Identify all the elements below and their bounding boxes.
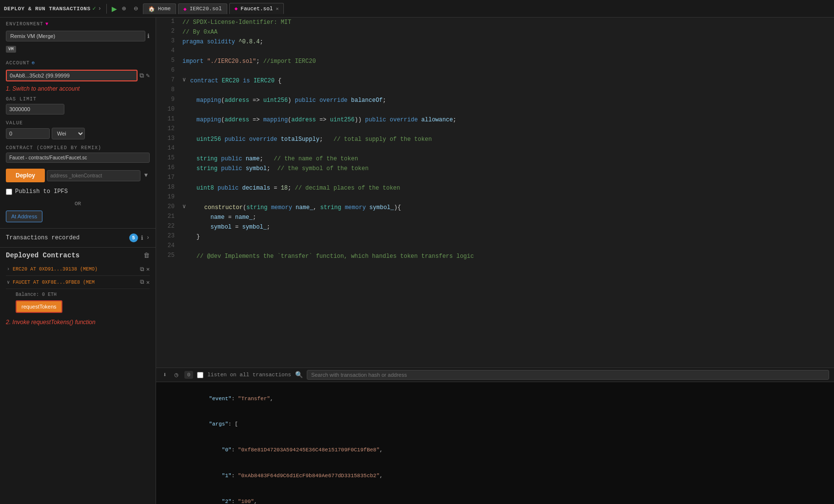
tab-home-label: Home — [158, 6, 171, 12]
deploy-chevron-icon[interactable]: ▼ — [142, 170, 150, 181]
code-line-13: 13 uint256 public override totalSupply; … — [156, 135, 834, 144]
log-line-arg0: "0": "0xf8e81D47203A594245E36C48e151709F… — [164, 438, 826, 464]
edit-account-icon[interactable]: ✎ — [146, 72, 150, 79]
code-line-21: 21 name = name_; — [156, 213, 834, 222]
contract-item-faucet: ∨ FAUCET AT 0XF8E...9FBE8 (MEM ⧉ ✕ — [6, 276, 150, 289]
clear-contracts-icon[interactable]: 🗑 — [143, 252, 150, 259]
gas-limit-input[interactable] — [6, 104, 64, 115]
faucet-delete-icon[interactable]: ✕ — [146, 279, 150, 286]
code-line-17: 17 — [156, 174, 834, 183]
tx-expand-icon[interactable]: › — [146, 234, 150, 241]
terminal-search-input[interactable] — [307, 370, 829, 380]
plus-icon[interactable]: ⊕ — [32, 60, 35, 66]
environment-label: ENVIRONMENT ▼ — [0, 18, 156, 29]
env-info-icon[interactable]: ℹ — [147, 33, 150, 40]
code-line-2: 2 // By 0xAA — [156, 27, 834, 37]
forward-icon[interactable]: › — [98, 5, 101, 12]
code-line-6: 6 — [156, 66, 834, 76]
close-tab-icon[interactable]: ✕ — [276, 6, 278, 12]
deploy-row: Deploy ▼ — [0, 167, 156, 186]
log-line-arg1: "1": "0xAb8483F64d9C6d1EcF9b849Ae677dD33… — [164, 463, 826, 489]
faucet-expanded-content: Balance: 0 ETH requestTokens — [6, 289, 150, 317]
account-label: ACCOUNT ⊕ — [0, 56, 156, 68]
code-line-20: 20 ∨ constructor(string memory name_, st… — [156, 203, 834, 213]
zoom-out-icon[interactable]: ⊖ — [131, 3, 140, 14]
code-line-7: 7 ∨ contract ERC20 is IERC20 { — [156, 76, 834, 86]
faucet-icon: ◆ — [235, 5, 238, 12]
value-label: VALUE — [6, 120, 150, 128]
tab-faucet-label: Faucet.sol — [240, 6, 273, 12]
contract-row: CONTRACT (Compiled by Remix) Faucet - co… — [0, 143, 156, 167]
divider — [106, 4, 107, 14]
contract-item-erc20: › ERC20 AT 0XD91...39138 (MEMO) ⧉ ✕ — [6, 263, 150, 276]
zoom-in-icon[interactable]: ⊕ — [119, 3, 129, 14]
terminal-clear-icon[interactable]: ◷ — [173, 370, 180, 380]
value-unit-select[interactable]: Wei Gwei Finney Ether — [52, 128, 85, 139]
code-line-12: 12 — [156, 125, 834, 135]
code-line-16: 16 string public symbol; // the symbol o… — [156, 164, 834, 174]
log-line-event: "event": "Transfer", — [164, 386, 826, 412]
code-line-25: 25 // @dev Implements the `transfer` fun… — [156, 252, 834, 261]
erc20-delete-icon[interactable]: ✕ — [146, 266, 150, 273]
account-row: ⧉ ✎ — [0, 68, 156, 85]
code-line-24: 24 — [156, 242, 834, 252]
check-icon: ✓ — [93, 5, 96, 12]
code-line-22: 22 symbol = symbol_; — [156, 222, 834, 232]
environment-select[interactable]: Remix VM (Merge) — [6, 31, 145, 41]
ierc20-icon: ◆ — [183, 6, 187, 12]
terminal-content[interactable]: "event": "Transfer", "args": [ "0": "0xf… — [156, 382, 834, 504]
value-input[interactable] — [6, 128, 50, 139]
deployed-contracts-section: Deployed Contracts 🗑 › ERC20 AT 0XD91...… — [0, 247, 156, 332]
erc20-expand-icon[interactable]: › — [6, 266, 11, 273]
tab-ierc20[interactable]: ◆ IERC20.sol — [178, 3, 227, 14]
annotation-1: 1. Switch to another account — [6, 85, 79, 92]
vm-badge: VM — [6, 46, 16, 53]
left-panel: ENVIRONMENT ▼ Remix VM (Merge) ℹ VM ACCO… — [0, 18, 156, 504]
at-address-button[interactable]: At Address — [6, 211, 42, 222]
value-row: VALUE Wei Gwei Finney Ether — [0, 118, 156, 143]
tab-home[interactable]: 🏠 Home — [143, 3, 176, 14]
funnel-icon: ▼ — [45, 21, 49, 27]
tab-faucet[interactable]: ◆ Faucet.sol ✕ — [229, 3, 284, 14]
annotation-2-container: 2. Invoke requestTokens() function — [6, 317, 150, 328]
environment-row: Remix VM (Merge) ℹ — [0, 29, 156, 45]
terminal-filter-icon[interactable]: ⬇ — [161, 370, 169, 380]
listen-checkbox[interactable] — [197, 372, 203, 378]
code-line-14: 14 — [156, 144, 834, 154]
publish-label: Publish to IPFS — [15, 188, 68, 195]
code-line-23: 23 } — [156, 232, 834, 242]
deploy-param-input[interactable] — [47, 170, 140, 181]
deploy-button[interactable]: Deploy — [6, 169, 45, 182]
code-editor[interactable]: 1 // SPDX-License-Identifier: MIT 2 // B… — [156, 18, 834, 368]
tx-info-icon[interactable]: ℹ — [141, 234, 143, 242]
at-address-input[interactable] — [45, 212, 150, 222]
code-line-8: 8 — [156, 86, 834, 96]
code-line-5: 5 import "./IERC20.sol"; //import IERC20 — [156, 57, 834, 66]
listen-label: listen on all transactions — [207, 372, 291, 378]
account-input[interactable] — [6, 70, 138, 81]
or-divider: OR — [0, 199, 156, 209]
code-line-4: 4 — [156, 47, 834, 57]
request-tokens-button[interactable]: requestTokens — [16, 300, 62, 313]
faucet-copy-icon[interactable]: ⧉ — [140, 279, 144, 286]
at-address-row: At Address — [0, 209, 156, 226]
top-bar: DEPLOY & RUN TRANSACTIONS ✓ › ▶ ⊕ ⊖ 🏠 Ho… — [0, 0, 834, 18]
erc20-copy-icon[interactable]: ⧉ — [140, 266, 144, 273]
gas-limit-row: GAS LIMIT — [0, 95, 156, 118]
code-line-18: 18 uint8 public decimals = 18; // decima… — [156, 183, 834, 193]
value-input-row: Wei Gwei Finney Ether — [6, 128, 150, 139]
play-button[interactable]: ▶ — [112, 3, 117, 14]
terminal-search-icon[interactable]: 🔍 — [295, 371, 303, 379]
transactions-row: Transactions recorded 5 ℹ › — [0, 228, 156, 247]
annotation-2: 2. Invoke requestTokens() function — [6, 319, 96, 326]
publish-row: Publish to IPFS — [0, 186, 156, 199]
publish-checkbox[interactable] — [6, 189, 12, 195]
terminal-toolbar: ⬇ ◷ 0 listen on all transactions 🔍 — [156, 368, 834, 382]
contract-select[interactable]: Faucet - contracts/Faucet/Faucet.sc — [6, 153, 150, 163]
deployed-title: Deployed Contracts — [6, 252, 79, 259]
code-line-1: 1 // SPDX-License-Identifier: MIT — [156, 18, 834, 27]
copy-account-icon[interactable]: ⧉ — [139, 72, 144, 79]
faucet-expand-icon[interactable]: ∨ — [6, 278, 11, 286]
erc20-contract-name: ERC20 AT 0XD91...39138 (MEMO) — [13, 267, 138, 272]
code-line-3: 3 pragma solidity ^0.8.4; — [156, 37, 834, 47]
